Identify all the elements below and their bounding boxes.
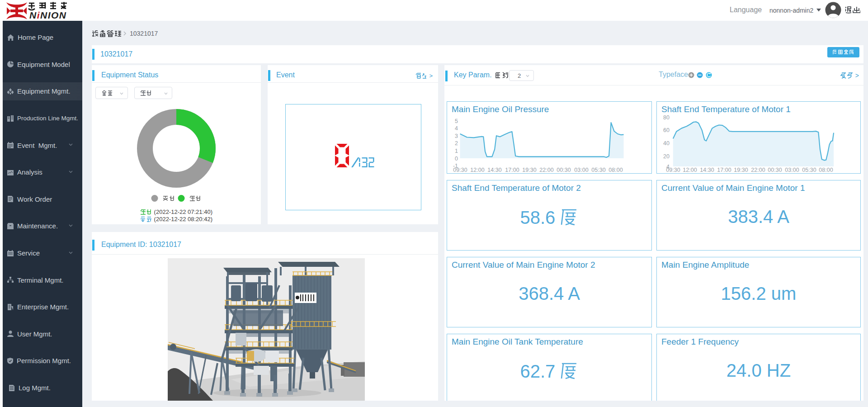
svg-text:03:00: 03:00 — [574, 167, 588, 173]
svg-text:80: 80 — [663, 114, 670, 121]
svg-text:1: 1 — [455, 148, 458, 154]
svg-text:12:00: 12:00 — [683, 167, 697, 173]
svg-text:22:00: 22:00 — [751, 167, 765, 173]
svg-text:NiNION: NiNION — [29, 10, 67, 20]
svg-text:08:00: 08:00 — [819, 167, 833, 173]
svg-text:2: 2 — [455, 140, 458, 147]
svg-text:5: 5 — [455, 118, 458, 124]
svg-text:60: 60 — [663, 127, 670, 133]
svg-text:05:30: 05:30 — [591, 167, 605, 173]
svg-text:4: 4 — [455, 125, 458, 132]
svg-text:03:00: 03:00 — [785, 167, 799, 173]
svg-text:17:00: 17:00 — [505, 167, 519, 173]
svg-text:0: 0 — [455, 156, 458, 162]
svg-text:20: 20 — [663, 153, 670, 160]
svg-text:14:30: 14:30 — [700, 167, 714, 173]
svg-text:05:30: 05:30 — [802, 167, 816, 173]
svg-text:22:00: 22:00 — [539, 167, 553, 173]
svg-text:19:30: 19:30 — [734, 167, 748, 173]
svg-text:09:30: 09:30 — [453, 167, 467, 173]
svg-text:12:00: 12:00 — [470, 167, 484, 173]
svg-text:17:00: 17:00 — [717, 167, 731, 173]
svg-text:40: 40 — [663, 140, 670, 147]
svg-text:10321017: 10321017 — [130, 30, 158, 37]
svg-text:3: 3 — [455, 133, 458, 139]
svg-text:00:30: 00:30 — [557, 167, 571, 173]
svg-text:19:30: 19:30 — [522, 167, 536, 173]
svg-text:14:30: 14:30 — [487, 167, 501, 173]
svg-text:00:30: 00:30 — [768, 167, 782, 173]
svg-text:09:30: 09:30 — [666, 167, 680, 173]
svg-text:08:00: 08:00 — [609, 167, 623, 173]
